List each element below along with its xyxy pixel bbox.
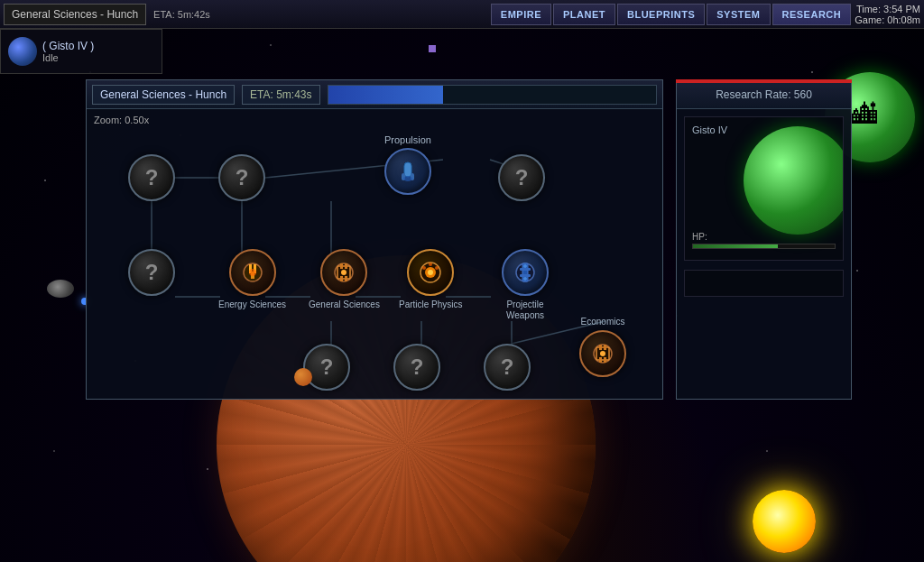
tab-planet[interactable]: PLANET xyxy=(553,4,615,25)
node-unknown1[interactable]: ? xyxy=(128,154,175,201)
tab-empire[interactable]: EMPIRE xyxy=(491,4,551,25)
svg-rect-26 xyxy=(345,263,347,269)
research-progress-bar xyxy=(328,85,657,105)
research-title: General Sciences - Hunch xyxy=(92,85,235,105)
node-circle-economics xyxy=(579,330,626,377)
research-content: Zoom: 0.50x ? ? xyxy=(87,109,662,399)
svg-point-40 xyxy=(523,264,527,268)
planet-info: ( Gisto IV ) Idle xyxy=(42,40,94,63)
economics-label: Economics xyxy=(581,317,625,327)
node-circle-unknown1: ? xyxy=(128,154,175,201)
node-general-sciences[interactable]: General Sciences xyxy=(309,249,380,310)
nav-tabs: EMPIRE PLANET BLUEPRINTS SYSTEM RESEARCH xyxy=(491,4,851,25)
hp-bar xyxy=(692,244,836,249)
energy-sciences-label: Energy Sciences xyxy=(218,299,286,310)
game-time: Game: 0h:08m xyxy=(855,14,920,25)
node-circle-projectile xyxy=(502,249,549,296)
hp-label: HP: xyxy=(692,232,836,242)
research-rate: Research Rate: 560 xyxy=(716,88,812,101)
node-particle-physics[interactable]: Particle Physics xyxy=(399,249,463,310)
pixel-marker xyxy=(429,45,436,52)
node-circle-energy xyxy=(229,249,276,296)
right-panel-content: Gisto IV HP: xyxy=(677,109,851,304)
node-circle-unknown4: ? xyxy=(128,249,175,296)
svg-rect-14 xyxy=(404,162,411,177)
svg-point-17 xyxy=(403,176,412,181)
node-circle-general xyxy=(320,249,367,296)
svg-point-22 xyxy=(249,269,256,276)
research-panel: General Sciences - Hunch ETA: 5m:43s Zoo… xyxy=(86,79,663,400)
node-unknown3[interactable]: ? xyxy=(498,154,545,201)
research-progress-fill xyxy=(328,86,443,104)
top-title: General Sciences - Hunch xyxy=(12,8,138,21)
svg-point-34 xyxy=(435,266,439,270)
research-eta: ETA: 5m:43s xyxy=(242,85,319,105)
projectile-weapons-label: Projectile Weapons xyxy=(489,299,561,321)
svg-rect-39 xyxy=(520,274,531,277)
time-section: Time: 3:54 PM Game: 0h:08m xyxy=(855,4,924,25)
star-yellow xyxy=(753,490,816,553)
asteroid xyxy=(47,280,74,298)
general-sciences-label: General Sciences xyxy=(309,299,380,310)
svg-rect-44 xyxy=(599,345,602,350)
top-eta: ETA: 5m:42s xyxy=(153,9,210,20)
hp-fill xyxy=(693,244,778,248)
svg-point-35 xyxy=(429,263,432,266)
planet-status: Idle xyxy=(42,52,94,63)
node-unknown7[interactable]: ? xyxy=(484,344,531,391)
research-rate-bottom-bar xyxy=(684,270,844,297)
svg-point-32 xyxy=(428,270,433,275)
svg-rect-45 xyxy=(604,345,606,350)
hp-bar-container: HP: xyxy=(692,232,836,249)
node-unknown6[interactable]: ? xyxy=(393,344,440,391)
node-circle-unknown3: ? xyxy=(498,154,545,201)
svg-rect-25 xyxy=(340,263,343,269)
planet-name: ( Gisto IV ) xyxy=(42,40,94,52)
right-panel: Research Rate: 560 Gisto IV HP: xyxy=(676,79,852,400)
node-circle-unknown6: ? xyxy=(393,344,440,391)
node-unknown4[interactable]: ? xyxy=(128,249,175,296)
svg-rect-27 xyxy=(340,276,343,281)
svg-point-41 xyxy=(523,277,527,281)
title-section: General Sciences - Hunch xyxy=(4,4,146,25)
research-panel-header: General Sciences - Hunch ETA: 5m:43s xyxy=(87,80,662,109)
right-panel-header: Research Rate: 560 xyxy=(677,80,851,109)
node-projectile-weapons[interactable]: Projectile Weapons xyxy=(489,249,561,321)
svg-point-33 xyxy=(422,266,426,270)
node-unknown2[interactable]: ? xyxy=(218,154,265,201)
propulsion-label: Propulsion xyxy=(384,134,431,145)
red-bar xyxy=(676,79,852,83)
planet-detail-img xyxy=(744,126,844,235)
svg-point-48 xyxy=(600,351,605,356)
top-bar: General Sciences - Hunch ETA: 5m:42s EMP… xyxy=(0,0,924,29)
planet-detail-view: Gisto IV HP: xyxy=(684,116,844,261)
node-propulsion[interactable]: Propulsion xyxy=(384,134,431,195)
small-planet-dot xyxy=(294,368,312,386)
svg-rect-47 xyxy=(604,357,606,363)
node-circle-unknown2: ? xyxy=(218,154,265,201)
svg-rect-46 xyxy=(599,357,602,363)
planet-bar: ( Gisto IV ) Idle xyxy=(0,29,162,74)
node-energy-sciences[interactable]: Energy Sciences xyxy=(218,249,286,310)
particle-physics-label: Particle Physics xyxy=(399,299,463,310)
svg-rect-38 xyxy=(520,268,531,271)
tab-research[interactable]: RESEARCH xyxy=(772,4,852,25)
clock-time: Time: 3:54 PM xyxy=(855,4,920,14)
svg-point-29 xyxy=(341,270,346,275)
zoom-label: Zoom: 0.50x xyxy=(94,115,149,125)
svg-rect-28 xyxy=(345,276,347,281)
tab-blueprints[interactable]: BLUEPRINTS xyxy=(617,4,705,25)
planet-icon-small xyxy=(8,37,37,66)
node-circle-unknown7: ? xyxy=(484,344,531,391)
tab-system[interactable]: SYSTEM xyxy=(707,4,770,25)
node-circle-particle xyxy=(407,249,454,296)
planet-detail-name: Gisto IV xyxy=(692,124,727,135)
node-circle-propulsion xyxy=(384,148,431,195)
node-economics[interactable]: Economics xyxy=(579,317,626,377)
eta-section: ETA: 5m:42s xyxy=(153,9,210,20)
